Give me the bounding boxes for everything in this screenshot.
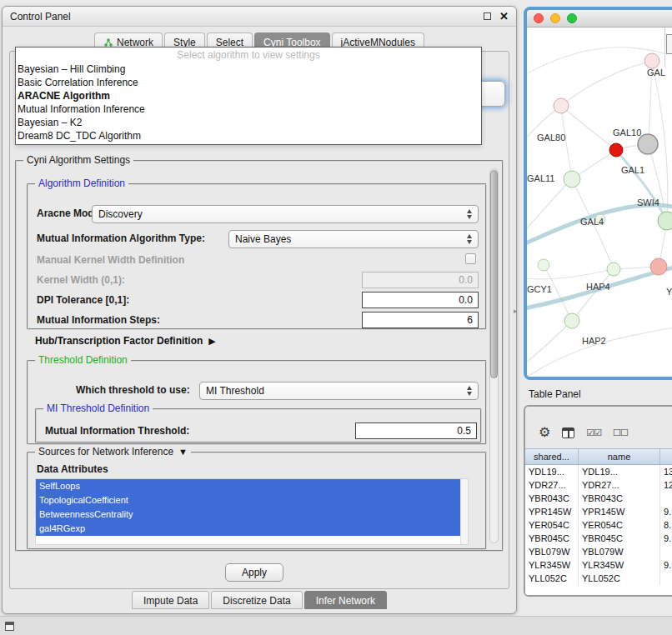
expanded-arrow-icon[interactable]: ▼ (178, 447, 188, 457)
minimize-traffic-light[interactable] (550, 13, 560, 23)
aracne-mode-combo[interactable]: Discovery (92, 205, 479, 223)
algorithm-item-dream8[interactable]: Dream8 DC_TDC Algorithm (16, 129, 481, 142)
node-hap2[interactable] (564, 313, 579, 328)
column-header-clipped[interactable] (660, 449, 672, 464)
cell-shared-name[interactable]: YDR27... (525, 478, 579, 492)
tab-impute-data[interactable]: Impute Data (132, 591, 209, 609)
cell-name[interactable]: YLR345W (579, 558, 660, 572)
mi-steps-field[interactable]: 6 (362, 312, 479, 328)
attributes-scrollbar[interactable] (460, 479, 468, 544)
cell-shared-name[interactable]: YDL19... (525, 465, 579, 478)
column-header-shared-name[interactable]: shared... (525, 449, 579, 464)
algorithm-item-bayesian-k2[interactable]: Bayesian – K2 (16, 116, 481, 129)
table-row[interactable]: YPR145W YPR145W 9. (525, 505, 672, 518)
network-scrollbar[interactable] (664, 28, 672, 66)
cell-name[interactable]: YBR045C (579, 532, 660, 545)
cell-shared-name[interactable]: YBR045C (525, 532, 579, 545)
minimized-panel-icon[interactable] (5, 622, 14, 631)
list-item-gal4rgexp[interactable]: gal4RGexp (36, 522, 460, 536)
list-item-topologicalcoefficient[interactable]: TopologicalCoefficient (36, 493, 460, 508)
cell-shared-name[interactable]: YER054C (525, 518, 579, 532)
network-canvas[interactable]: GAL80 GAL10 GAL11 GAL1 SWI4 GAL4 GCY1 HA… (527, 28, 672, 377)
cell-name[interactable]: YDR27... (579, 478, 660, 492)
close-traffic-light[interactable] (534, 13, 544, 23)
node-label: GAL4 (580, 217, 604, 227)
algorithm-item-aracne[interactable]: ARACNE Algorithm (16, 89, 481, 102)
column-header-name[interactable]: name (579, 449, 660, 464)
table-row[interactable]: YBL079W YBL079W (525, 545, 672, 558)
which-threshold-combo[interactable]: MI Threshold (199, 382, 479, 400)
cell-value[interactable]: 13 (660, 465, 672, 478)
settings-scrollbar[interactable] (489, 168, 499, 543)
zoom-traffic-light[interactable] (567, 13, 577, 23)
network-window-titlebar[interactable] (527, 10, 672, 28)
cell-shared-name[interactable]: YLR345W (525, 558, 579, 572)
node-label: SWI4 (637, 198, 659, 208)
mi-threshold-field[interactable]: 0.5 (355, 422, 477, 439)
threshold-definition-title: Threshold Definition (35, 354, 131, 366)
table-row[interactable]: YDL19... YDL19... 13 (525, 465, 672, 478)
node-gcy1[interactable] (538, 259, 549, 271)
table-row[interactable]: YBR043C YBR043C (525, 492, 672, 505)
control-panel-titlebar[interactable]: Control Panel ✕ (3, 7, 516, 27)
node-gal80[interactable] (554, 98, 569, 113)
cell-name[interactable]: YLL052C (579, 572, 660, 585)
cell-value[interactable] (660, 545, 672, 558)
gear-icon[interactable]: ⚙ (539, 426, 550, 439)
cell-shared-name[interactable]: YBL079W (525, 545, 579, 558)
table-body: YDL19... YDL19... 13 YDR27... YDR27... 1… (525, 465, 672, 597)
mi-threshold-value: 0.5 (457, 425, 471, 437)
cell-shared-name[interactable]: YLL052C (525, 572, 579, 585)
table-row[interactable]: YLR345W YLR345W 9. (525, 558, 672, 572)
show-columns-icon[interactable] (562, 428, 574, 438)
node-gal10-red[interactable] (609, 143, 623, 157)
apply-button[interactable]: Apply (225, 563, 283, 582)
cell-name[interactable]: YDL19... (579, 465, 660, 478)
cell-value[interactable]: 8. (660, 518, 672, 532)
float-window-icon[interactable] (484, 12, 491, 20)
mi-type-combo[interactable]: Naive Bayes (228, 230, 479, 248)
dpi-tolerance-field[interactable]: 0.0 (362, 292, 479, 308)
algorithm-item-basic-correlation[interactable]: Basic Correlation Inference (16, 76, 481, 89)
close-window-icon[interactable]: ✕ (499, 11, 509, 22)
node-swi4[interactable] (658, 212, 672, 230)
algorithm-item-bayesian-hill-climbing[interactable]: Bayesian – Hill Climbing (16, 62, 481, 76)
table-row[interactable]: YER054C YER054C 8. (525, 518, 672, 532)
desktop: Control Panel ✕ Network Style (0, 0, 672, 635)
window-controls: ✕ (484, 11, 509, 22)
settings-scrollbar-thumb[interactable] (490, 170, 498, 378)
splitter-collapse-icon[interactable]: ▸ (514, 307, 518, 315)
manual-kernel-checkbox[interactable] (465, 253, 476, 264)
collapsed-arrow-icon[interactable]: ▶ (208, 336, 215, 347)
algorithm-item-mutual-information[interactable]: Mutual Information Inference (16, 102, 481, 116)
tab-discretize-data[interactable]: Discretize Data (211, 591, 302, 609)
cell-value[interactable]: 9. (660, 505, 672, 518)
deselect-all-icon[interactable]: ☐☐ (613, 428, 628, 438)
select-all-icon[interactable]: ☑☑ (586, 428, 601, 438)
table-row[interactable]: YDR27... YDR27... 12 (525, 478, 672, 492)
cell-value[interactable] (660, 492, 672, 505)
cell-value[interactable]: 9. (660, 532, 672, 545)
cell-value[interactable] (660, 572, 672, 585)
node-gal11[interactable] (564, 171, 580, 188)
cell-name[interactable]: YER054C (579, 518, 660, 532)
cell-name[interactable]: YPR145W (579, 505, 660, 518)
list-item-selfloops[interactable]: SelfLoops (36, 479, 460, 493)
node-mid-green[interactable] (607, 262, 620, 276)
sources-group-title-row[interactable]: Sources for Network Inference ▼ (35, 446, 191, 458)
cell-shared-name[interactable]: YPR145W (525, 505, 579, 518)
node-gal-top[interactable] (644, 53, 659, 68)
node-hap4[interactable] (650, 258, 667, 275)
cell-shared-name[interactable]: YBR043C (525, 492, 579, 505)
table-row[interactable]: YLL052C YLL052C (525, 572, 672, 585)
list-item-betweennesscentrality[interactable]: BetweennessCentrality (36, 508, 460, 522)
cell-name[interactable]: YBL079W (579, 545, 660, 558)
hub-definition-section[interactable]: Hub/Transcription Factor Definition ▶ (35, 335, 216, 347)
tab-infer-network[interactable]: Infer Network (304, 591, 387, 609)
network-scrollbar-thumb[interactable] (666, 34, 672, 54)
kernel-width-field[interactable]: 0.0 (362, 272, 479, 288)
cell-value[interactable]: 9. (660, 558, 672, 572)
cell-name[interactable]: YBR043C (579, 492, 660, 505)
table-row[interactable]: YBR045C YBR045C 9. (525, 532, 672, 545)
cell-value[interactable]: 12 (660, 478, 672, 492)
